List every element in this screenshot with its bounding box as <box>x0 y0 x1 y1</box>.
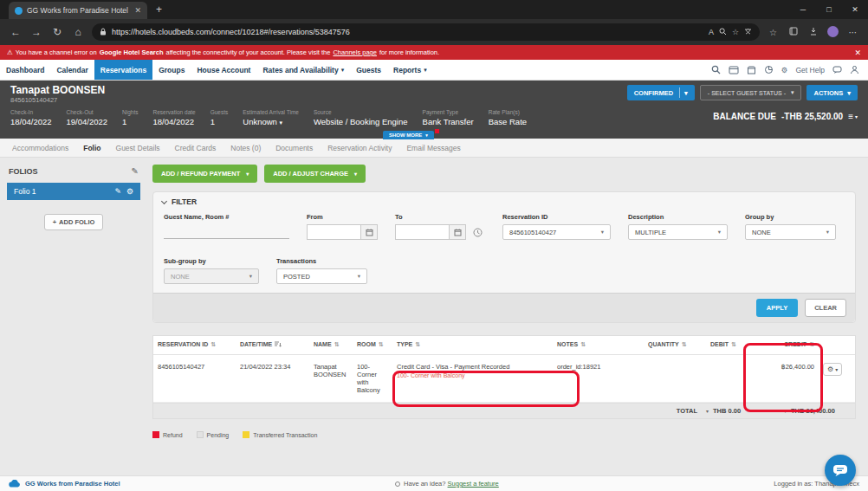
apply-button[interactable]: APPLY <box>756 299 798 317</box>
nav-item-guests[interactable]: Guests <box>350 60 387 80</box>
address-bar[interactable]: A ☆ <box>92 23 760 41</box>
confirmed-status-button[interactable]: CONFIRMED ▾ <box>627 85 695 100</box>
col-header-reservation-id[interactable]: RESERVATION ID⇅ <box>153 336 236 354</box>
row-gear-button[interactable]: ⚙▾ <box>823 363 842 376</box>
add-folio-button[interactable]: + ADD FOLIO <box>44 214 104 230</box>
payment-terminal-icon[interactable] <box>729 66 739 74</box>
sort-icon[interactable]: ⇅ <box>415 341 420 348</box>
clear-button[interactable]: CLEAR <box>805 299 846 317</box>
translate-icon[interactable] <box>744 28 752 37</box>
tab-close-icon[interactable]: ✕ <box>134 6 141 15</box>
tab-documents[interactable]: Documents <box>275 144 313 152</box>
tab-guest-details[interactable]: Guest Details <box>116 144 160 152</box>
col-header-credit[interactable]: CREDIT⇅ <box>751 336 819 354</box>
col-header-datetime[interactable]: DATE/TIME <box>236 336 309 354</box>
nav-item-groups[interactable]: Groups <box>152 60 191 80</box>
filter-collapse-toggle[interactable]: FILTER <box>153 192 855 208</box>
arrival-time-dropdown[interactable]: Unknown ▾ <box>243 116 299 128</box>
url-input[interactable] <box>112 28 703 36</box>
actions-button[interactable]: ACTIONS ▾ <box>806 85 858 100</box>
transactions-select[interactable]: POSTED▾ <box>276 268 367 284</box>
tab-email-messages[interactable]: Email Messages <box>406 144 460 152</box>
col-header-debit[interactable]: DEBIT⇅ <box>706 336 751 354</box>
sub-group-select[interactable]: NONE▾ <box>164 268 259 284</box>
col-header-notes[interactable]: NOTES⇅ <box>553 336 644 354</box>
add-refund-payment-button[interactable]: ADD / REFUND PAYMENT▾ <box>152 165 257 183</box>
lock-icon[interactable] <box>100 28 107 37</box>
alert-close-icon[interactable]: ✕ <box>854 48 861 57</box>
nav-item-house-account[interactable]: House Account <box>191 60 256 80</box>
from-calendar-icon[interactable] <box>360 224 378 240</box>
browser-tab[interactable]: GG Works from Paradise Hotel ✕ <box>9 2 147 19</box>
account-icon[interactable] <box>850 65 859 74</box>
help-chat-icon[interactable] <box>832 66 842 74</box>
time-clock-icon[interactable] <box>470 224 485 240</box>
credit-collapse-icon[interactable]: ▾ <box>784 408 787 414</box>
collections-icon[interactable] <box>787 27 800 37</box>
guest-status-select[interactable]: - SELECT GUEST STATUS - ▾ <box>700 85 802 100</box>
tab-reservation-activity[interactable]: Reservation Activity <box>327 144 392 152</box>
sort-icon[interactable]: ⇅ <box>379 341 384 348</box>
nav-item-dashboard[interactable]: Dashboard <box>0 60 50 80</box>
description-select[interactable]: MULTIPLE▾ <box>628 224 728 240</box>
add-adjust-charge-button[interactable]: ADD / ADJUST CHARGE▾ <box>264 165 366 183</box>
get-help-link[interactable]: Get Help <box>795 66 825 74</box>
col-header-room[interactable]: ROOM⇅ <box>353 336 392 354</box>
analytics-pie-icon[interactable] <box>764 65 774 74</box>
add-favorite-icon[interactable]: ☆ <box>732 28 739 36</box>
window-minimize-button[interactable]: ─ <box>790 0 816 19</box>
sort-icon[interactable]: ⇅ <box>731 341 736 348</box>
sort-desc-icon[interactable] <box>275 341 282 349</box>
to-date-input[interactable] <box>395 224 449 240</box>
new-tab-button[interactable]: + <box>156 3 162 16</box>
debit-collapse-icon[interactable]: ▾ <box>706 408 709 414</box>
refresh-icon[interactable]: ↻ <box>50 26 64 38</box>
tab-folio[interactable]: Folio <box>83 144 100 152</box>
read-aloud-icon[interactable]: A <box>709 28 714 36</box>
to-calendar-icon[interactable] <box>449 224 466 240</box>
table-row[interactable]: 8456105140427 21/04/2022 23:34 Tanapat B… <box>153 355 855 403</box>
marketplace-icon[interactable] <box>747 66 756 74</box>
edit-folio-icon[interactable]: ✎ <box>114 187 121 196</box>
settings-gear-icon[interactable]: ⚙ <box>781 66 788 74</box>
guest-name-room-input[interactable] <box>164 224 289 239</box>
balance-menu-button[interactable]: ≡ ▾ <box>848 112 858 121</box>
reservation-id-select[interactable]: 8456105140427▾ <box>502 224 611 240</box>
folio-settings-gear-icon[interactable]: ⚙ <box>126 187 133 196</box>
suggest-feature-link[interactable]: Suggest a feature <box>448 480 499 488</box>
nav-item-reports[interactable]: Reports▾ <box>387 60 433 80</box>
profile-avatar-icon[interactable] <box>826 26 839 39</box>
support-chat-button[interactable] <box>825 455 856 486</box>
edit-folios-icon[interactable]: ✎ <box>132 166 139 176</box>
sort-icon[interactable]: ⇅ <box>682 341 687 348</box>
nav-item-reservations[interactable]: Reservations <box>94 60 152 80</box>
tab-credit-cards[interactable]: Credit Cards <box>175 144 217 152</box>
nav-item-rates-availability[interactable]: Rates and Availability▾ <box>256 60 350 80</box>
browser-more-icon[interactable]: ⋯ <box>846 28 859 37</box>
sort-icon[interactable]: ⇅ <box>809 341 814 348</box>
col-header-quantity[interactable]: QUANTITY⇅ <box>644 336 706 354</box>
tab-accommodations[interactable]: Accommodations <box>12 144 68 152</box>
col-header-type[interactable]: TYPE⇅ <box>392 336 553 354</box>
nav-item-calendar[interactable]: Calendar <box>50 60 94 80</box>
forward-icon[interactable]: → <box>29 26 43 38</box>
col-header-name[interactable]: NAME⇅ <box>309 336 353 354</box>
window-close-button[interactable]: ✕ <box>842 0 868 19</box>
home-icon[interactable]: ⌂ <box>71 26 85 38</box>
window-maximize-button[interactable]: □ <box>816 0 842 19</box>
group-by-select[interactable]: NONE▾ <box>745 224 836 240</box>
tab-notes[interactable]: Notes (0) <box>230 144 261 152</box>
sidebar-item-folio-1[interactable]: Folio 1 ✎ ⚙ <box>7 183 140 200</box>
downloads-icon[interactable] <box>806 27 819 37</box>
search-icon[interactable] <box>711 65 721 74</box>
favorites-bar-icon[interactable]: ☆ <box>767 28 780 37</box>
show-more-button[interactable]: SHOW MORE ▾ <box>383 131 434 139</box>
screen: GG Works from Paradise Hotel ✕ + ─ □ ✕ ←… <box>0 0 868 491</box>
sort-icon[interactable]: ⇅ <box>211 341 216 348</box>
sort-icon[interactable]: ⇅ <box>334 341 340 348</box>
back-icon[interactable]: ← <box>9 26 23 38</box>
channels-page-link[interactable]: Channels page <box>333 48 376 56</box>
from-date-input[interactable] <box>307 224 360 240</box>
sort-icon[interactable]: ⇅ <box>580 341 586 348</box>
zoom-icon[interactable] <box>719 28 727 37</box>
